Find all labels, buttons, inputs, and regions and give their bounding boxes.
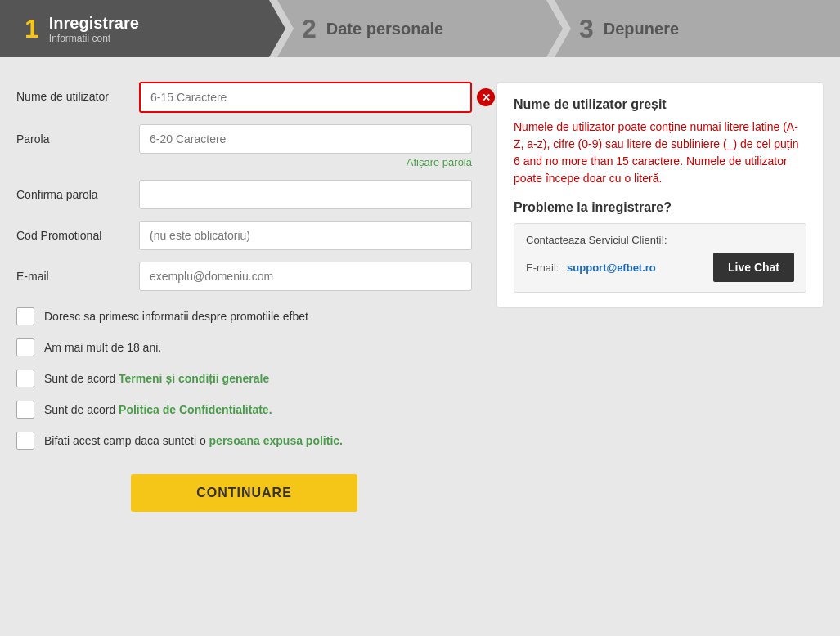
step-2-title: Date personale	[326, 20, 443, 38]
checkbox-row-3: Sunt de acord Termeni și condiții genera…	[16, 370, 472, 387]
checkbox-row-4: Sunt de acord Politica de Confidentialit…	[16, 401, 472, 419]
checkbox-terms[interactable]	[16, 370, 34, 387]
info-panel: Nume de utilizator greșit Numele de util…	[496, 82, 824, 528]
checkbox-pep[interactable]	[16, 432, 34, 450]
checkbox-privacy[interactable]	[16, 401, 34, 419]
step-1-info: Inregistrare Informatii cont	[49, 14, 139, 44]
checkbox-pep-label: Bifati acest camp daca sunteti o persoan…	[44, 434, 343, 447]
checkbox-age[interactable]	[16, 338, 34, 356]
step-1-title: Inregistrare	[49, 14, 139, 33]
terms-link[interactable]: Termeni și condiții generale	[119, 372, 269, 385]
support-email-value: support@efbet.ro	[567, 262, 656, 274]
checkbox-promotii-label: Doresc sa primesc informatii despre prom…	[44, 310, 308, 323]
promo-input[interactable]	[139, 221, 472, 250]
show-password-link[interactable]: Afișare parolă	[139, 156, 472, 168]
checkbox-terms-label: Sunt de acord Termeni și condiții genera…	[44, 372, 269, 385]
checkbox-privacy-label: Sunt de acord Politica de Confidentialit…	[44, 403, 272, 416]
registration-form: Nume de utilizator ✕ Parola Afișare paro…	[16, 82, 472, 528]
checkbox-section: Doresc sa primesc informatii despre prom…	[16, 307, 472, 450]
checkbox-row-2: Am mai mult de 18 ani.	[16, 338, 472, 356]
password-input-wrap: Afișare parolă	[139, 124, 472, 168]
email-input-wrap	[139, 262, 472, 291]
support-box: Contacteaza Serviciul Clienti!: E-mail: …	[514, 223, 806, 293]
step-1: 1 Inregistrare Informatii cont	[0, 0, 285, 57]
live-chat-button[interactable]: Live Chat	[713, 253, 794, 282]
confirm-password-label: Confirma parola	[16, 180, 139, 201]
pep-link[interactable]: persoana expusa politic.	[209, 434, 343, 447]
error-text: Numele de utilizator poate conține numai…	[514, 119, 806, 187]
step-3-number: 3	[579, 14, 594, 44]
username-row: Nume de utilizator ✕	[16, 82, 472, 113]
step-1-number: 1	[25, 14, 39, 44]
checkbox-promotii[interactable]	[16, 307, 34, 325]
confirm-password-row: Confirma parola	[16, 180, 472, 209]
support-email-group: E-mail: support@efbet.ro	[526, 262, 656, 274]
username-input-wrap: ✕	[139, 82, 472, 113]
confirm-password-input-wrap	[139, 180, 472, 209]
support-contact-text: Contacteaza Serviciul Clienti!:	[526, 234, 794, 246]
support-email-row: E-mail: support@efbet.ro Live Chat	[526, 253, 794, 282]
step-1-sub: Informatii cont	[49, 33, 139, 44]
continue-wrap: CONTINUARE	[16, 474, 472, 512]
continue-button[interactable]: CONTINUARE	[131, 474, 357, 512]
step-2: 2 Date personale	[277, 0, 563, 57]
content-area: Nume de utilizator ✕ Parola Afișare paro…	[0, 57, 840, 553]
stepper: 1 Inregistrare Informatii cont 2 Date pe…	[0, 0, 840, 57]
email-label: E-mail:	[526, 262, 559, 274]
step-2-info: Date personale	[326, 20, 443, 38]
email-input[interactable]	[139, 262, 472, 291]
error-box: Nume de utilizator greșit Numele de util…	[496, 82, 824, 308]
checkbox-row-1: Doresc sa primesc informatii despre prom…	[16, 307, 472, 325]
password-input[interactable]	[139, 124, 472, 154]
confirm-password-input[interactable]	[139, 180, 472, 209]
step-3-info: Depunere	[604, 20, 679, 38]
checkbox-age-label: Am mai mult de 18 ani.	[44, 341, 161, 354]
support-title: Probleme la inregistrare?	[514, 200, 806, 215]
email-label: E-mail	[16, 262, 139, 283]
error-title: Nume de utilizator greșit	[514, 97, 806, 112]
promo-row: Cod Promotional	[16, 221, 472, 250]
step-2-number: 2	[302, 14, 317, 44]
username-label: Nume de utilizator	[16, 82, 139, 103]
step-3: 3 Depunere	[555, 0, 840, 57]
promo-input-wrap	[139, 221, 472, 250]
checkbox-row-5: Bifati acest camp daca sunteti o persoan…	[16, 432, 472, 450]
privacy-link[interactable]: Politica de Confidentialitate.	[119, 403, 272, 416]
password-label: Parola	[16, 124, 139, 146]
username-clear-button[interactable]: ✕	[477, 88, 495, 106]
password-row: Parola Afișare parolă	[16, 124, 472, 168]
promo-label: Cod Promotional	[16, 221, 139, 242]
username-input[interactable]	[139, 82, 472, 113]
email-row: E-mail	[16, 262, 472, 291]
step-3-title: Depunere	[604, 20, 679, 38]
